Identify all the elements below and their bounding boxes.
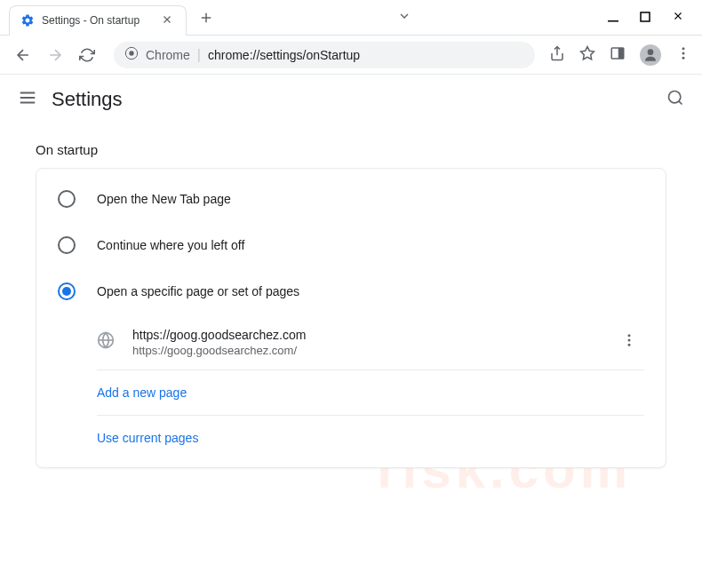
minimize-button[interactable]: [608, 11, 618, 25]
maximize-button[interactable]: [640, 11, 650, 25]
window-controls: [608, 10, 702, 25]
startup-page-entry: https://goog.goodsearchez.com https://go…: [36, 314, 666, 369]
settings-content: On startup Open the New Tab page Continu…: [0, 124, 702, 486]
svg-point-15: [628, 344, 631, 346]
svg-rect-0: [608, 20, 618, 22]
back-button[interactable]: [11, 43, 36, 68]
forward-button[interactable]: [43, 43, 68, 68]
search-icon[interactable]: [666, 89, 684, 110]
radio-label: Open a specific page or set of pages: [97, 284, 299, 298]
svg-point-9: [682, 56, 685, 59]
gear-icon: [20, 13, 35, 28]
svg-point-13: [628, 334, 631, 337]
globe-icon: [97, 331, 115, 353]
omnibox-url: chrome://settings/onStartup: [208, 48, 360, 62]
bookmark-icon[interactable]: [579, 45, 595, 65]
tab-search-icon[interactable]: [397, 9, 411, 27]
radio-icon: [58, 282, 76, 300]
tab-title: Settings - On startup: [42, 14, 161, 27]
svg-rect-5: [618, 48, 624, 59]
add-page-link: Add a new page: [97, 385, 187, 400]
svg-point-8: [682, 52, 685, 54]
chrome-icon: [124, 46, 139, 64]
svg-point-10: [669, 91, 681, 103]
window-titlebar: Settings - On startup: [0, 0, 702, 36]
page-title: Settings: [52, 88, 666, 111]
svg-point-7: [682, 47, 685, 50]
page-entry-url: https://goog.goodsearchez.com/: [132, 344, 596, 357]
svg-point-6: [648, 49, 654, 55]
use-current-row[interactable]: Use current pages: [36, 416, 666, 460]
add-page-row[interactable]: Add a new page: [36, 370, 666, 415]
browser-tab[interactable]: Settings - On startup: [9, 5, 187, 36]
radio-label: Continue where you left off: [97, 238, 244, 252]
radio-option-continue[interactable]: Continue where you left off: [36, 222, 666, 268]
svg-point-3: [129, 51, 133, 55]
share-icon[interactable]: [549, 45, 565, 65]
radio-label: Open the New Tab page: [97, 192, 231, 206]
svg-point-14: [628, 339, 631, 342]
side-panel-icon[interactable]: [610, 45, 626, 65]
hamburger-icon[interactable]: [18, 88, 37, 111]
svg-rect-1: [641, 12, 650, 21]
new-tab-button[interactable]: [194, 5, 219, 30]
settings-header: Settings: [0, 75, 702, 124]
address-bar[interactable]: Chrome | chrome://settings/onStartup: [114, 42, 535, 68]
section-title: On startup: [36, 142, 666, 157]
close-tab-icon[interactable]: [161, 13, 175, 28]
more-options-icon[interactable]: [614, 325, 644, 359]
radio-option-new-tab[interactable]: Open the New Tab page: [36, 176, 666, 222]
menu-icon[interactable]: [675, 45, 691, 65]
radio-icon: [58, 190, 76, 208]
omnibox-chrome-label: Chrome: [146, 48, 190, 62]
profile-avatar[interactable]: [640, 44, 661, 66]
browser-toolbar: Chrome | chrome://settings/onStartup: [0, 36, 702, 75]
radio-icon: [58, 236, 76, 254]
page-entry-title: https://goog.goodsearchez.com: [132, 328, 596, 342]
reload-button[interactable]: [75, 43, 100, 68]
radio-option-specific-pages[interactable]: Open a specific page or set of pages: [36, 268, 666, 314]
startup-card: Open the New Tab page Continue where you…: [36, 168, 666, 468]
use-current-link: Use current pages: [97, 431, 198, 445]
close-button[interactable]: [672, 10, 684, 25]
